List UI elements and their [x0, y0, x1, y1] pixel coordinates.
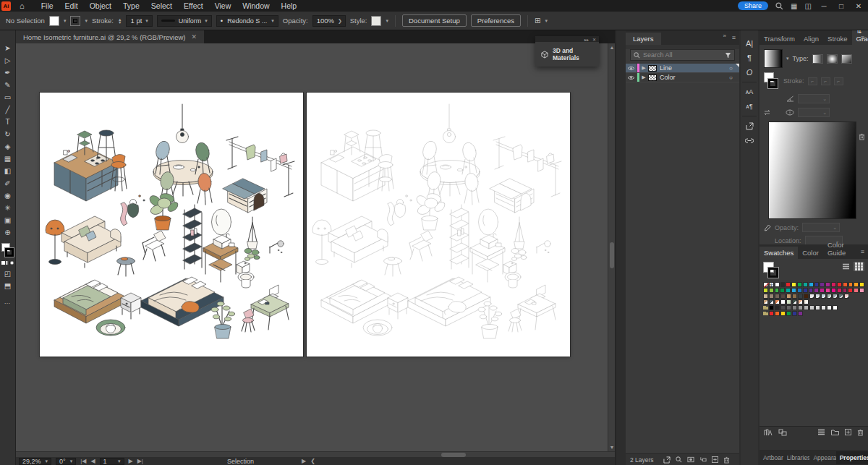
swatch-color[interactable] — [825, 288, 830, 293]
swatch-color[interactable] — [843, 288, 848, 293]
swatch-color[interactable] — [803, 282, 808, 287]
edit-toolbar-icon[interactable]: … — [4, 298, 12, 305]
stroke-within-button[interactable]: ⌐ — [808, 77, 817, 85]
delete-layer-icon[interactable] — [723, 456, 730, 464]
layers-panel-menu-icon[interactable]: ≡ — [732, 34, 736, 41]
character-panel-icon[interactable]: A| — [741, 36, 758, 51]
swatch-color[interactable] — [797, 288, 802, 293]
swatch-color[interactable] — [825, 282, 830, 287]
swatch-color[interactable] — [763, 294, 768, 299]
dock-collapse-icon[interactable]: » — [723, 33, 726, 39]
swatch-color[interactable] — [775, 305, 780, 310]
paintbrush-tool[interactable]: ✎ — [1, 79, 14, 91]
swatch-global[interactable] — [827, 294, 832, 299]
align-panel-icon[interactable]: ⊞ — [535, 17, 540, 25]
tab-layers[interactable]: Layers — [626, 33, 661, 45]
menu-object[interactable]: Object — [85, 1, 116, 11]
line-segment-tool[interactable]: ╱ — [1, 103, 14, 116]
symbol-sprayer-tool[interactable]: ✳ — [1, 202, 14, 214]
gradient-angle-dropdown[interactable]: ⌄ — [798, 94, 830, 103]
swatch-global[interactable] — [821, 294, 826, 299]
menu-window[interactable]: Window — [237, 1, 274, 11]
tab-appeara[interactable]: Appeara — [809, 451, 835, 464]
arrange-documents-icon[interactable]: ◫ — [805, 2, 812, 10]
stroke-color-swatch[interactable] — [70, 16, 80, 26]
document-tab[interactable]: Home Isometric furniture.ai @ 29,2 % (RG… — [16, 30, 204, 43]
swatch-color[interactable] — [786, 311, 791, 316]
opacity-input[interactable]: 100%❯ — [312, 15, 346, 27]
paragraph-styles-panel-icon[interactable]: ᴀ¶ — [741, 99, 758, 114]
swatch-color[interactable] — [804, 294, 809, 299]
gradient-preview-swatch[interactable] — [764, 49, 783, 68]
linear-gradient-button[interactable] — [812, 54, 823, 64]
swatch-color[interactable] — [848, 282, 854, 287]
swatch-color[interactable] — [775, 282, 780, 287]
gradient-preset-dropdown-icon[interactable]: ▾ — [786, 56, 789, 61]
canvas-pasteboard[interactable] — [16, 43, 615, 451]
swatch-color[interactable] — [792, 305, 797, 310]
swatch-color[interactable] — [775, 288, 780, 293]
first-artboard-icon[interactable]: |◀ — [80, 458, 86, 464]
swatch-global[interactable] — [809, 294, 814, 299]
layer-name[interactable]: Color — [660, 74, 729, 81]
swatch-global[interactable] — [838, 294, 843, 299]
workspace-switcher-icon[interactable]: ▦ — [791, 2, 797, 10]
tab-transform[interactable]: Transform — [760, 33, 799, 45]
swatch-color[interactable] — [780, 294, 786, 299]
layer-thumbnail[interactable] — [648, 65, 657, 72]
horizontal-scrollbar[interactable] — [16, 451, 615, 457]
layer-expand-icon[interactable]: ▶ — [639, 65, 648, 71]
swatch-color[interactable] — [769, 305, 774, 310]
panel-collapse-icon[interactable]: ▸▸ — [584, 37, 589, 42]
swatch-color[interactable] — [786, 305, 791, 310]
paragraph-panel-icon[interactable]: ¶ — [741, 51, 758, 65]
gradient-eyedropper-icon[interactable] — [764, 224, 771, 231]
align-dropdown-icon[interactable]: ▾ — [545, 18, 548, 24]
swatch-color[interactable] — [809, 282, 814, 287]
swatch-color[interactable] — [827, 305, 832, 310]
color-group-folder-icon[interactable] — [763, 311, 768, 316]
swatch-color[interactable] — [803, 288, 808, 293]
swatch-color[interactable] — [791, 288, 796, 293]
swatch-color[interactable] — [792, 311, 797, 316]
fill-color-swatch[interactable] — [49, 16, 59, 26]
swatch-color[interactable] — [809, 305, 814, 310]
menu-edit[interactable]: Edit — [60, 1, 83, 11]
rectangle-tool[interactable]: ▭ — [1, 91, 14, 103]
swatch-kinds-icon[interactable] — [778, 429, 787, 436]
share-button[interactable]: Share — [738, 1, 768, 10]
direct-selection-tool[interactable]: ▷ — [1, 54, 14, 67]
grid-view-icon[interactable] — [854, 262, 864, 271]
export-panel-icon[interactable] — [741, 119, 758, 133]
pen-tool[interactable]: ✒ — [1, 67, 14, 79]
stroke-along-button[interactable]: ⌐ — [821, 77, 830, 85]
artboard-line-version[interactable] — [307, 93, 570, 357]
swatch-color[interactable] — [780, 305, 786, 310]
new-swatch-icon[interactable] — [845, 429, 851, 435]
swatch-color[interactable] — [814, 282, 820, 287]
swatch-color[interactable] — [780, 288, 785, 293]
home-icon[interactable]: ⌂ — [20, 1, 25, 10]
swatch-global[interactable] — [844, 294, 849, 299]
new-color-group-icon[interactable] — [831, 429, 839, 435]
swatch-color[interactable] — [821, 305, 826, 310]
menu-select[interactable]: Select — [146, 1, 177, 11]
menu-file[interactable]: File — [36, 1, 59, 11]
illustrator-logo-icon[interactable]: Ai — [1, 1, 11, 11]
stroke-proxy[interactable] — [5, 248, 14, 257]
swatch-color[interactable] — [780, 282, 786, 287]
screen-mode-icon[interactable]: ⬒ — [1, 280, 14, 292]
document-setup-button[interactable]: Document Setup — [402, 14, 467, 27]
swatch-color[interactable] — [831, 282, 836, 287]
color-mode-buttons[interactable] — [1, 261, 14, 265]
artboard-tool[interactable]: ▣ — [1, 214, 14, 226]
maximize-button[interactable]: □ — [836, 2, 846, 10]
next-artboard-icon[interactable]: ▶ — [129, 458, 133, 464]
swatch-color[interactable] — [797, 282, 802, 287]
swatch-color[interactable] — [786, 299, 791, 304]
tab-color[interactable]: Color — [798, 247, 823, 259]
style-swatch[interactable] — [371, 16, 381, 26]
status-menu-icon[interactable]: ▶ — [302, 458, 306, 464]
panel-close-icon[interactable]: ✕ — [592, 37, 596, 42]
tab-stroke[interactable]: Stroke — [823, 33, 851, 45]
